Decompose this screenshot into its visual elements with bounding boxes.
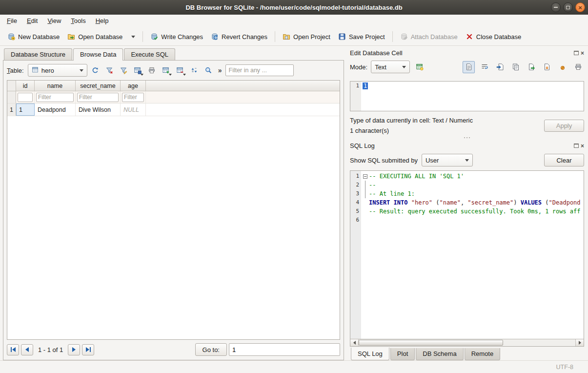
menu-tools[interactable]: Tools xyxy=(66,15,90,28)
sql-token: ( xyxy=(542,199,548,206)
insert-record-button[interactable] xyxy=(160,64,172,77)
browse-data-page: Table: hero » xyxy=(3,60,344,360)
word-wrap-button[interactable] xyxy=(478,61,490,73)
save-project-button[interactable]: Save Project xyxy=(335,30,388,43)
copy-cell-button[interactable] xyxy=(509,61,522,73)
text-view-button[interactable] xyxy=(463,61,475,73)
auto-format-icon xyxy=(416,63,424,71)
clear-filters-icon xyxy=(105,66,113,74)
cell-name[interactable]: Deadpond xyxy=(35,104,76,116)
menu-help[interactable]: Help xyxy=(91,15,114,28)
print-cell-button[interactable] xyxy=(572,61,584,73)
sql-source-select[interactable]: User xyxy=(422,154,473,166)
open-database-label: Open Database xyxy=(78,33,122,41)
column-header-age[interactable]: age xyxy=(121,81,146,91)
write-changes-button[interactable]: Write Changes xyxy=(147,30,206,43)
line-number: 5 xyxy=(350,207,361,216)
sql-string: "Deadpond xyxy=(549,199,581,206)
scroll-right-button[interactable] xyxy=(575,339,584,346)
close-window-button[interactable]: × xyxy=(575,2,585,12)
chevron-down-icon xyxy=(131,36,135,38)
menu-edit[interactable]: Edit xyxy=(22,15,42,28)
next-record-button[interactable] xyxy=(68,344,80,355)
first-record-button[interactable] xyxy=(7,344,19,355)
minimize-button[interactable] xyxy=(551,2,561,12)
float-dock-icon[interactable] xyxy=(574,144,579,148)
row-number[interactable]: 1 xyxy=(7,104,16,116)
mode-select[interactable]: Text xyxy=(371,61,410,73)
previous-record-button[interactable] xyxy=(21,344,33,355)
last-record-button[interactable] xyxy=(82,344,94,355)
cell-id[interactable]: 1 xyxy=(16,104,35,116)
scroll-left-button[interactable] xyxy=(350,339,359,346)
fold-collapse-icon[interactable] xyxy=(363,174,367,179)
open-database-dropdown[interactable] xyxy=(127,33,139,41)
close-dock-icon[interactable]: × xyxy=(581,143,584,149)
close-database-button[interactable]: Close Database xyxy=(462,30,525,43)
tab-execute-sql[interactable]: Execute SQL xyxy=(124,48,175,60)
menu-file[interactable]: File xyxy=(2,15,22,28)
tab-database-structure[interactable]: Database Structure xyxy=(4,48,72,60)
dock-splitter[interactable] xyxy=(350,134,584,141)
find-in-table-button[interactable] xyxy=(203,64,215,77)
print-button[interactable] xyxy=(146,64,158,77)
clear-filters-button[interactable] xyxy=(103,64,116,77)
clear-log-button[interactable]: Clear xyxy=(544,154,584,166)
export-cell-button[interactable] xyxy=(525,61,537,73)
column-header-secret-name[interactable]: secret_name xyxy=(76,81,121,91)
maximize-button[interactable] xyxy=(563,2,573,12)
column-header-id[interactable]: id xyxy=(16,81,35,91)
open-database-button[interactable]: Open Database xyxy=(64,30,126,43)
sql-log-editor[interactable]: 1 -- EXECUTING ALL IN 'SQL 1' 2 -- 3 xyxy=(350,170,584,347)
menu-view[interactable]: View xyxy=(42,15,66,28)
table-select[interactable]: hero xyxy=(28,64,87,77)
import-cell-button[interactable] xyxy=(494,61,506,73)
filter-input-name[interactable] xyxy=(36,93,74,102)
filter-input-id[interactable] xyxy=(18,93,33,102)
open-project-button[interactable]: Open Project xyxy=(279,30,334,43)
scrollbar-thumb[interactable] xyxy=(359,340,503,346)
record-range-text: 1 - 1 of 1 xyxy=(38,346,63,353)
goto-button[interactable]: Go to: xyxy=(195,343,227,356)
set-null-button[interactable] xyxy=(556,61,568,73)
titlebar[interactable]: DB Browser for SQLite - /home/user/code/… xyxy=(0,0,588,15)
auto-format-button[interactable] xyxy=(413,61,426,73)
delete-record-button[interactable] xyxy=(174,64,186,77)
table-label: Table: xyxy=(7,67,26,74)
tab-browse-data[interactable]: Browse Data xyxy=(73,48,123,61)
refresh-button[interactable] xyxy=(89,64,101,77)
grid-corner-button[interactable] xyxy=(7,81,16,91)
fold-line xyxy=(365,181,365,189)
app-window: DB Browser for SQLite - /home/user/code/… xyxy=(0,0,588,373)
new-database-button[interactable]: New Database xyxy=(4,30,63,43)
close-dock-icon[interactable]: × xyxy=(581,50,584,56)
save-cell-button[interactable] xyxy=(541,61,553,73)
cell-editor[interactable]: 1 1 xyxy=(350,81,584,111)
cell-age[interactable]: NULL xyxy=(121,104,146,116)
horizontal-scrollbar[interactable] xyxy=(350,339,584,346)
goto-input[interactable] xyxy=(229,343,340,356)
dock-tab-plot[interactable]: Plot xyxy=(390,348,415,360)
filter-any-input[interactable] xyxy=(225,64,294,76)
show-sql-label: Show SQL submitted by xyxy=(350,157,418,164)
apply-button[interactable]: Apply xyxy=(544,120,584,132)
dock-tab-remote[interactable]: Remote xyxy=(465,348,501,360)
filter-input-secret-name[interactable] xyxy=(77,93,119,102)
sql-token: ) xyxy=(513,199,520,206)
sort-records-button[interactable] xyxy=(188,64,201,77)
scrollbar-track[interactable] xyxy=(503,339,575,346)
arrow-right-icon xyxy=(72,347,76,352)
revert-changes-button[interactable]: Revert Changes xyxy=(207,30,271,43)
fold-line xyxy=(365,189,365,198)
edit-filters-button[interactable] xyxy=(118,64,130,77)
save-table-as-button[interactable] xyxy=(132,64,144,77)
dock-tab-sql-log[interactable]: SQL Log xyxy=(351,348,389,360)
cell-secret-name[interactable]: Dive Wilson xyxy=(76,104,121,116)
filter-input-age[interactable] xyxy=(122,93,144,102)
new-database-icon xyxy=(7,33,15,41)
column-header-name[interactable]: name xyxy=(35,81,76,91)
dock-tab-db-schema[interactable]: DB Schema xyxy=(416,348,463,360)
table-row: 1 1 Deadpond Dive Wilson NULL xyxy=(7,104,340,116)
float-dock-icon[interactable] xyxy=(574,51,579,55)
toolbar-overflow-chevron[interactable]: » xyxy=(217,66,223,74)
